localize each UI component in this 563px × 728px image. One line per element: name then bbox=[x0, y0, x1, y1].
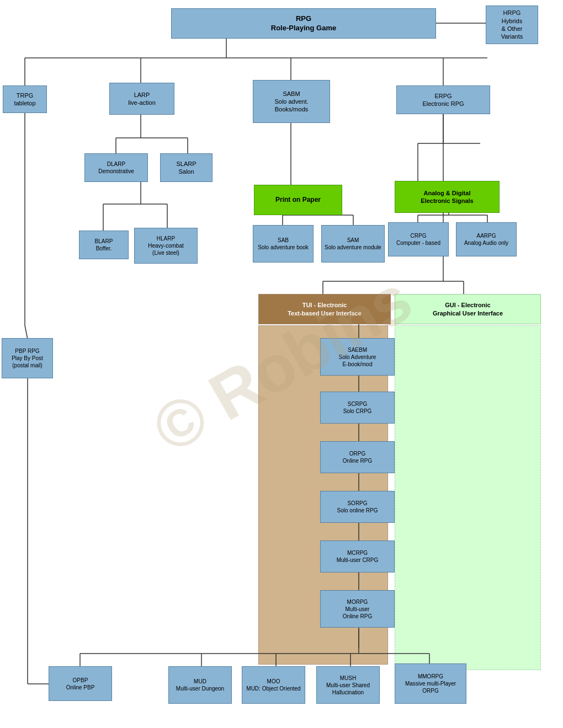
node-morpg: MORPG Multi-user Online RPG bbox=[320, 590, 395, 628]
node-mcrpg: MCRPG Multi-user CRPG bbox=[320, 540, 395, 572]
node-mmorpg: MMORPG Massive multi-Player ORPG bbox=[395, 663, 466, 704]
node-saebm: SAEBM Solo Adventure E-book/mod bbox=[320, 338, 395, 376]
node-hlarp: HLARP Heavy-combat (Live steel) bbox=[134, 228, 198, 264]
node-mud: MUD Multi-user Dungeon bbox=[168, 666, 232, 704]
svg-line-47 bbox=[25, 325, 28, 339]
node-slarp: SLARP Salon bbox=[160, 153, 213, 182]
node-opbp: OPBP Online PBP bbox=[49, 666, 112, 701]
node-rpg: RPG Role-Playing Game bbox=[171, 8, 436, 39]
node-sabm: SABM Solo advent. Books/mods bbox=[253, 80, 330, 123]
gui-region bbox=[395, 325, 541, 670]
node-erpg: ERPG Electronic RPG bbox=[396, 85, 490, 114]
node-scrpg: SCRPG Solo CRPG bbox=[320, 392, 395, 424]
node-blarp: BLARP Boffer. bbox=[79, 231, 129, 259]
node-analog-digital: Analog & Digital Electronic Signals bbox=[395, 181, 500, 213]
node-mush: MUSH Multi-user Shared Hallucination bbox=[316, 666, 380, 704]
node-larp: LARP live-action bbox=[109, 83, 174, 115]
diagram: © Robins bbox=[0, 0, 563, 728]
node-crpg: CRPG Computer - based bbox=[388, 222, 449, 256]
node-orpg: ORPG Online RPG bbox=[320, 441, 395, 473]
node-print-on-paper: Print on Paper bbox=[254, 185, 342, 215]
node-tui-label: TUI - Electronic Text-based User Interfa… bbox=[258, 294, 391, 324]
node-sam: SAM Solo adventure module bbox=[321, 225, 385, 263]
node-sab: SAB Solo adventure book bbox=[253, 225, 314, 263]
node-pbp-rpg: PBP RPG Play By Post (postal mail) bbox=[2, 338, 53, 378]
node-dlarp: DLARP Demonstrative bbox=[84, 153, 148, 182]
node-sorpg: SORPG Solo online RPG bbox=[320, 491, 395, 523]
node-trpg: TRPG tabletop bbox=[3, 85, 47, 113]
node-moo: MOO MUD: Object Oriented bbox=[242, 666, 305, 704]
node-aarpg: AARPG Analog Audio only bbox=[456, 222, 517, 256]
node-gui-label: GUI - Electronic Graphical User Interfac… bbox=[395, 294, 541, 324]
node-hrpg: HRPG Hybrids & Other Variants bbox=[486, 6, 538, 44]
